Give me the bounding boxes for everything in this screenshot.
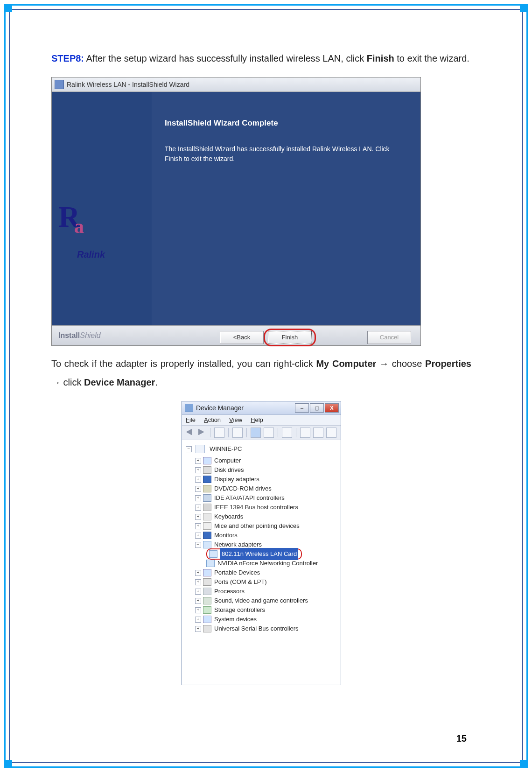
display-icon (203, 476, 211, 483)
finish-button[interactable]: Finish (268, 331, 312, 344)
arrow-icon: → (376, 358, 392, 369)
port-icon (203, 578, 211, 586)
node-label: Universal Serial Bus controllers (214, 623, 299, 635)
separator (296, 428, 296, 437)
expand-icon[interactable]: + (195, 505, 201, 511)
expand-icon[interactable]: + (195, 523, 201, 529)
finish-label: Finish (282, 331, 298, 344)
menu-file[interactable]: File (186, 414, 196, 426)
menu-action[interactable]: Action (204, 414, 221, 426)
corner-icon (4, 760, 12, 768)
root-label: WINNIE-PC (210, 443, 242, 455)
tree-node-monitors[interactable]: +Monitors (186, 531, 341, 540)
tree-node-ieee[interactable]: +IEEE 1394 Bus host controllers (186, 503, 341, 512)
expand-icon[interactable]: + (195, 495, 201, 501)
collapse-icon[interactable]: − (186, 446, 192, 452)
monitor-icon (203, 532, 211, 539)
tree-node-computer[interactable]: +Computer (186, 456, 341, 465)
mid-choose: choose (392, 358, 425, 369)
tree-node-mice[interactable]: +Mice and other pointing devices (186, 521, 341, 531)
toolbar-icon[interactable] (282, 428, 292, 438)
separator (210, 428, 210, 437)
tree-node-nvidia-net[interactable]: NVIDIA nForce Networking Controller (186, 559, 341, 568)
mid-post: . (155, 377, 158, 387)
forward-arrow-icon[interactable]: ⯈ (197, 425, 206, 440)
back-arrow-icon[interactable]: ⯇ (185, 425, 194, 440)
menu-view[interactable]: View (229, 414, 242, 426)
toolbar-icon[interactable] (313, 428, 323, 438)
toolbar-icon[interactable] (214, 428, 224, 438)
brand-bold: Install (58, 331, 80, 339)
expand-icon[interactable]: + (195, 598, 201, 604)
expand-icon[interactable]: + (195, 467, 201, 473)
toolbar-icon[interactable] (264, 428, 274, 438)
ide-icon (203, 494, 211, 502)
tree-node-disk[interactable]: +Disk drives (186, 465, 341, 475)
minimize-button[interactable]: – (295, 403, 309, 413)
toolbar-icon[interactable] (232, 428, 243, 438)
brand-light: Shield (80, 331, 100, 339)
network-icon (203, 541, 211, 548)
back-u: B (237, 331, 241, 344)
installer-footer: InstallShield < Back Finish Cancel (52, 325, 420, 345)
mid-pre: To check if the adapter is properly inst… (51, 358, 316, 369)
installer-body: R a Ralink InstallShield Wizard Complete… (52, 92, 420, 325)
expand-icon[interactable]: + (195, 589, 201, 595)
installer-main: InstallShield Wizard Complete The Instal… (152, 92, 420, 325)
adapter-icon (206, 560, 215, 567)
devmgr-wrap: Device Manager – ▢ X File Action View He… (51, 401, 471, 685)
step-text: After the setup wizard has successfully … (84, 53, 367, 63)
toolbar-icon[interactable] (300, 428, 310, 438)
maximize-button[interactable]: ▢ (310, 403, 324, 413)
corner-icon (4, 4, 12, 12)
expand-icon[interactable]: + (195, 477, 201, 483)
window-controls: – ▢ X (295, 403, 339, 413)
ieee-icon (203, 504, 211, 511)
devmgr-titlebar[interactable]: Device Manager – ▢ X (182, 401, 341, 415)
installer-window: Ralink Wireless LAN - InstallShield Wiza… (51, 77, 421, 346)
expand-icon[interactable]: + (195, 617, 201, 623)
mid-click: click (63, 377, 84, 387)
cancel-button[interactable]: Cancel (367, 331, 411, 344)
ralink-logo-icon: R a (58, 210, 105, 247)
expand-icon[interactable]: + (195, 570, 201, 576)
processor-icon (203, 588, 211, 595)
close-button[interactable]: X (325, 403, 339, 413)
installshield-brand: InstallShield (58, 328, 101, 343)
step-label: STEP8: (51, 53, 84, 63)
installer-heading: InstallShield Wizard Complete (165, 115, 407, 131)
corner-icon (520, 4, 528, 12)
corner-icon (520, 760, 528, 768)
content-area: STEP8: After the setup wizard has succes… (51, 40, 471, 685)
mid-properties: Properties (425, 358, 471, 369)
adapter-icon (209, 550, 217, 558)
back-button[interactable]: < Back (220, 331, 264, 344)
expand-icon[interactable]: + (195, 607, 201, 613)
device-manager-window: Device Manager – ▢ X File Action View He… (182, 401, 341, 685)
devmgr-icon (185, 404, 193, 412)
expand-icon[interactable]: + (195, 458, 201, 464)
document-page: STEP8: After the setup wizard has succes… (0, 0, 532, 772)
tree-node-usb[interactable]: +Universal Serial Bus controllers (186, 624, 341, 633)
mid-devmgr: Device Manager (84, 377, 155, 387)
expand-icon[interactable]: + (195, 514, 201, 520)
tree-node-ports[interactable]: +Ports (COM & LPT) (186, 577, 341, 587)
collapse-icon[interactable]: − (195, 542, 201, 548)
expand-icon[interactable]: + (195, 533, 201, 539)
expand-icon[interactable]: + (195, 626, 201, 632)
expand-icon[interactable]: + (195, 486, 201, 492)
finish-keyword: Finish (367, 53, 394, 63)
installer-buttons: < Back Finish Cancel (220, 329, 411, 346)
installer-title: Ralink Wireless LAN - InstallShield Wiza… (67, 78, 189, 91)
close-x: X (330, 403, 333, 413)
system-icon (203, 616, 211, 623)
toolbar-icon[interactable] (326, 428, 336, 438)
page-number: 15 (456, 733, 467, 744)
tree-node-storage[interactable]: +Storage controllers (186, 605, 341, 615)
expand-icon[interactable]: + (195, 579, 201, 585)
installer-titlebar[interactable]: Ralink Wireless LAN - InstallShield Wiza… (52, 77, 420, 92)
mouse-icon (203, 522, 211, 530)
help-icon[interactable] (251, 428, 261, 438)
tree-root[interactable]: − WINNIE-PC (186, 443, 341, 455)
menu-help[interactable]: Help (251, 414, 263, 426)
